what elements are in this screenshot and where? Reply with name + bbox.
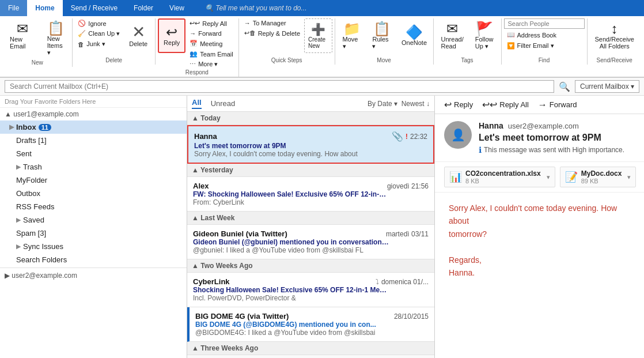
create-new-label: Create New [308,36,328,49]
account-user1[interactable]: ▲ user1@example.com [0,108,187,120]
sidebar-folder-outbox[interactable]: Outbox [0,187,187,200]
search-icon: 🔍 [559,81,570,92]
sidebar-folder-saved[interactable]: ▶ Saved [0,213,187,227]
follow-up-button[interactable]: 🚩 FollowUp ▾ [470,18,499,53]
info-icon: ℹ [479,145,482,154]
clean-up-button[interactable]: 🧹Clean Up ▾ [75,29,123,39]
reading-forward-button[interactable]: → Forward [538,100,577,110]
new-email-button[interactable]: ✉ New Email [5,18,41,53]
sidebar-folder-rss[interactable]: RSS Feeds [0,200,187,213]
search-bar: 🔍 Current Mailbox ▾ [0,78,644,96]
email-list-scroll[interactable]: ▲ Today Hanna 📎 ! 22:32 Let's meet tomor… [187,112,434,358]
create-new-icon: ➕ [311,22,325,36]
email-item-hanna[interactable]: Hanna 📎 ! 22:32 Let's meet tomorrow at 9… [187,125,434,164]
email-sender-bigdome: BIG DOME 4G (via Twitter) [195,312,289,321]
ribbon-group-tags: ✉ Unread/Read 🚩 FollowUp ▾ Tags [434,18,502,65]
tab-file[interactable]: File [0,0,27,16]
email-item-bigdome[interactable]: BIG DOME 4G (via Twitter) 28/10/2015 BIG… [187,307,434,342]
email-item-gideon[interactable]: Gideon Buniel (via Twitter) martedì 03/1… [187,225,434,259]
reply-button[interactable]: ↩ Reply [158,18,185,53]
xlsx-icon: 📊 [449,171,462,183]
mailbox-selector[interactable]: Current Mailbox ▾ [575,80,639,93]
email-item-cyberlink[interactable]: CyberLink ⤵ domenica 01/... Shocking Hal… [187,273,434,307]
account-user2[interactable]: ▶ user2@example.com [0,269,187,282]
attachment-docx[interactable]: 📝 MyDoc.docx 89 KB ▾ [560,167,637,187]
filter-email-button[interactable]: 🔽Filter Email ▾ [504,41,557,51]
email-time-hanna: 22:32 [410,133,427,141]
sort-by-date[interactable]: By Date ▾ Newest ↓ [368,100,430,108]
to-manager-button[interactable]: →To Manager [241,18,303,28]
email-time-bigdome: 28/10/2015 [394,312,429,321]
tab-tell-me[interactable]: 🔍 Tell me what you want to do... [197,0,315,16]
xlsx-dropdown-icon[interactable]: ▾ [547,174,550,181]
send-receive-all-button[interactable]: ↕ Send/ReceiveAll Folders [590,18,640,53]
spam-label: Spam [3] [16,229,46,238]
sidebar-folder-spam[interactable]: Spam [3] [0,227,187,240]
sidebar: Drag Your Favorite Folders Here ▲ user1@… [0,96,187,358]
sidebar-folder-search[interactable]: Search Folders [0,253,187,266]
forward-indicator-icon: ⤵ [376,278,379,286]
email-subject-alex: FW: Shocking Halloween Sale! Exclusive 6… [193,190,389,198]
docx-dropdown-icon[interactable]: ▾ [627,174,631,181]
tab-home[interactable]: Home [27,0,62,16]
create-new-button[interactable]: ➕ Create New [304,18,332,53]
ignore-label: Ignore [88,20,106,27]
reading-reply-button[interactable]: ↩ Reply [444,99,473,110]
email-preview-gideon: @gbuniel: I liked a @YouTube video from … [193,246,412,254]
send-receive-label: Send/ReceiveAll Folders [595,36,635,50]
sidebar-folder-sync[interactable]: ▶ Sync Issues [0,240,187,253]
sidebar-folder-sent[interactable]: Sent [0,147,187,160]
attachment-xlsx[interactable]: 📊 CO2concentration.xlsx 8 KB ▾ [444,167,555,187]
more-button[interactable]: ⋯More ▾ [187,59,236,69]
search-folders-label: Search Folders [16,255,67,264]
tab-folder[interactable]: Folder [126,0,161,16]
people-search-input[interactable] [504,18,585,29]
to-manager-label: To Manager [253,20,286,27]
junk-button[interactable]: 🗑Junk ▾ [75,39,123,49]
tab-send-receive[interactable]: Send / Receive [63,0,126,16]
reply-icon: ↩ [166,25,177,39]
reading-sender-email: user2@example.com [508,122,579,130]
reply-all-label: Reply All [202,20,227,27]
reply-delete-button[interactable]: ↩🗑Reply & Delete [241,28,303,38]
reading-reply-all-button[interactable]: ↩↩ Reply All [482,99,529,110]
sidebar-folder-myfolder[interactable]: MyFolder [0,174,187,187]
attachment-icon: 📎 [392,131,403,142]
tab-all[interactable]: All [192,98,202,109]
reading-pane: ↩ Reply ↩↩ Reply All → Forward 👤 Hanna u… [435,96,644,358]
forward-button[interactable]: →Forward [187,29,236,38]
tab-view[interactable]: View [161,0,192,16]
unread-read-button[interactable]: ✉ Unread/Read [436,18,469,53]
onenote-button[interactable]: 🔷 OneNote [397,18,430,53]
sidebar-folder-drafts[interactable]: Drafts [1] [0,134,187,147]
email-subject-bigdome: BIG DOME 4G (@BIGDOME4G) mentioned you i… [195,321,391,329]
rules-button[interactable]: 📋 Rules ▾ [367,18,396,53]
sidebar-folder-inbox[interactable]: ▶ Inbox 11 [0,120,187,134]
address-book-button[interactable]: 📖Address Book [504,30,559,40]
email-sender-cyberlink: CyberLink [193,277,230,286]
meeting-icon: 📅 [190,40,198,47]
email-item-alex[interactable]: Alex giovedì 21:56 FW: Shocking Hallowee… [187,177,434,212]
ribbon-group-move: 📁 Move ▾ 📋 Rules ▾ 🔷 OneNote Move [335,18,434,65]
junk-label: Junk ▾ [86,40,105,48]
delete-group-label: Delete [105,57,122,65]
ignore-button[interactable]: 🚫Ignore [75,18,123,28]
section-today: ▲ Today [187,112,434,125]
search-input[interactable] [5,80,554,93]
reply-all-button[interactable]: ↩↩Reply All [187,18,236,28]
meeting-button[interactable]: 📅Meeting [187,39,236,48]
ribbon-group-find: 📖Address Book 🔽Filter Email ▾ Find [502,18,588,65]
sync-chevron: ▶ [16,243,21,250]
tab-unread[interactable]: Unread [211,99,236,108]
sync-label: Sync Issues [23,242,63,251]
reply-label: Reply [164,39,180,46]
move-button[interactable]: 📁 Move ▾ [338,18,366,53]
reading-reply-label: Reply [454,100,473,109]
clean-up-icon: 🧹 [78,30,86,37]
onenote-label: OneNote [401,39,427,46]
new-items-button[interactable]: 📋 NewItems ▾ [42,18,70,59]
team-email-button[interactable]: 👥Team Email [187,49,236,59]
email-time-alex: giovedì 21:56 [387,182,429,190]
delete-button[interactable]: ✕ Delete [124,18,153,53]
sidebar-folder-trash[interactable]: ▶ Trash [0,160,187,174]
